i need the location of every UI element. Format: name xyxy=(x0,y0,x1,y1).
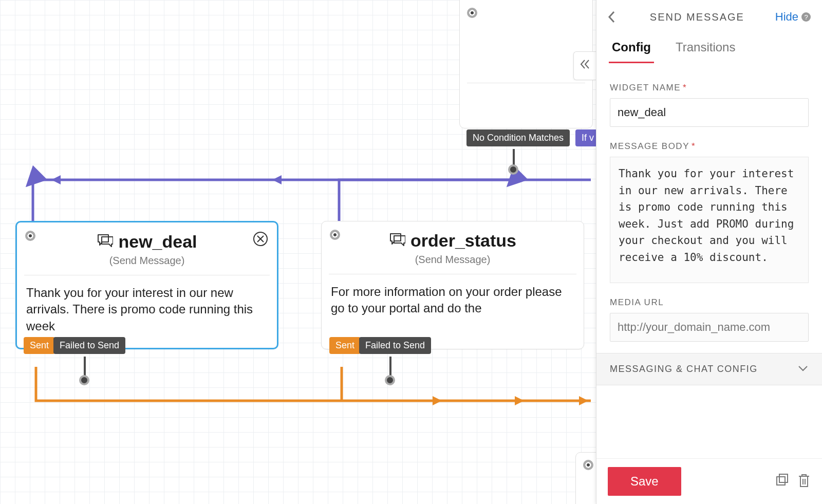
node-subtitle: (Send Message) xyxy=(17,255,277,275)
connector-dot[interactable] xyxy=(79,375,89,385)
port-dot[interactable] xyxy=(467,8,477,18)
widget-name-input[interactable] xyxy=(610,98,809,127)
copy-icon xyxy=(775,473,789,487)
media-url-input[interactable] xyxy=(610,313,809,342)
connector-line xyxy=(84,357,86,376)
hide-label: Hide xyxy=(775,10,798,24)
node-title-text: order_status xyxy=(410,231,516,251)
node-title-text: new_deal xyxy=(118,232,197,252)
save-button[interactable]: Save xyxy=(608,467,681,496)
svg-marker-1 xyxy=(51,175,61,184)
connector-dot[interactable] xyxy=(508,164,518,175)
config-panel: SEND MESSAGE Hide ? Config Transitions W… xyxy=(596,0,822,504)
connector-line xyxy=(389,357,391,376)
tag-failed-to-send[interactable]: Failed to Send xyxy=(53,337,125,354)
node-body-preview: For more information on your order pleas… xyxy=(322,274,584,332)
message-body-label: MESSAGE BODY* xyxy=(610,141,809,152)
svg-rect-7 xyxy=(779,474,788,482)
tab-config[interactable]: Config xyxy=(609,35,654,63)
tab-transitions[interactable]: Transitions xyxy=(672,35,738,63)
widget-name-label: WIDGET NAME* xyxy=(610,83,809,93)
chat-icon xyxy=(97,232,113,252)
svg-marker-2 xyxy=(433,396,442,405)
message-body-textarea[interactable] xyxy=(610,157,809,283)
media-url-label: MEDIA URL xyxy=(610,297,809,308)
panel-tabs: Config Transitions xyxy=(596,32,822,63)
node-new-deal[interactable]: new_deal (Send Message) Thank you for yo… xyxy=(15,221,278,349)
tag-no-condition-matches[interactable]: No Condition Matches xyxy=(466,129,570,146)
back-button[interactable] xyxy=(604,9,619,25)
delete-button[interactable] xyxy=(797,473,811,490)
tag-failed-to-send[interactable]: Failed to Send xyxy=(359,337,431,354)
chevrons-left-icon xyxy=(578,58,592,74)
panel-collapse-toggle[interactable] xyxy=(573,51,596,80)
messaging-chat-config-accordion[interactable]: MESSAGING & CHAT CONFIG xyxy=(596,353,822,385)
svg-marker-0 xyxy=(272,175,282,184)
svg-rect-6 xyxy=(777,477,785,485)
duplicate-button[interactable] xyxy=(775,473,789,490)
split-node[interactable] xyxy=(459,0,593,128)
hide-button[interactable]: Hide ? xyxy=(775,10,811,24)
node-order-status[interactable]: order_status (Send Message) For more inf… xyxy=(321,221,584,349)
help-icon[interactable]: ? xyxy=(801,12,811,22)
tag-sent[interactable]: Sent xyxy=(24,337,55,354)
chat-icon xyxy=(389,231,405,251)
panel-title: SEND MESSAGE xyxy=(619,11,775,23)
chevron-down-icon xyxy=(797,364,809,375)
port-dot[interactable] xyxy=(583,460,593,470)
node-subtitle: (Send Message) xyxy=(322,254,584,274)
svg-marker-3 xyxy=(515,396,524,405)
trash-icon xyxy=(797,473,811,488)
accordion-label: MESSAGING & CHAT CONFIG xyxy=(610,364,758,375)
connector-line xyxy=(513,149,515,165)
connector-dot[interactable] xyxy=(385,375,395,385)
tag-sent[interactable]: Sent xyxy=(329,337,361,354)
svg-marker-4 xyxy=(579,396,588,405)
